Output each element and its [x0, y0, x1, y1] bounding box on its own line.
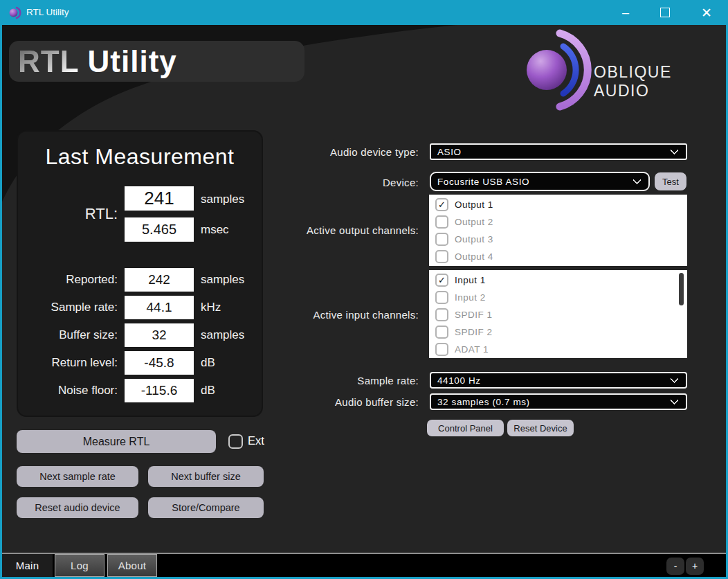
app-logo-banner: RTL Utility: [9, 41, 304, 82]
zoom-out-button[interactable]: -: [666, 558, 684, 575]
active-output-channels-label: Active output channels:: [260, 224, 419, 236]
ext-checkbox[interactable]: [228, 434, 243, 449]
audio-device-type-value: ASIO: [431, 147, 462, 157]
measurement-row-noise-floor: Noise floor: -115.6 dB: [18, 379, 262, 402]
channel-row-spdif-1: SPDIF 1: [429, 306, 687, 323]
checkbox-unchecked[interactable]: [435, 250, 448, 263]
checkbox-checked[interactable]: ✓: [435, 198, 448, 211]
device-value: Focusrite USB ASIO: [431, 177, 529, 187]
checkbox-unchecked[interactable]: [435, 215, 448, 229]
rtl-msec-unit: msec: [201, 223, 229, 237]
row-unit: dB: [201, 384, 215, 398]
channel-row-input-1: ✓ Input 1: [429, 271, 687, 289]
output-channels-list: ✓ Output 1 Output 2 Output 3 Output 4: [429, 195, 687, 266]
logo-text-utility: Utility: [88, 44, 177, 79]
minimize-icon: –: [622, 6, 629, 20]
window-title: RTL Utility: [26, 0, 69, 25]
audio-device-type-select[interactable]: ASIO: [430, 143, 687, 160]
close-icon: ✕: [701, 5, 712, 21]
checkbox-unchecked[interactable]: [435, 233, 448, 246]
row-label: Return level:: [18, 356, 118, 370]
audio-buffer-size-value: 32 samples (0.7 ms): [431, 397, 530, 407]
channel-label: Input 1: [455, 275, 486, 285]
checkbox-unchecked[interactable]: [435, 308, 448, 321]
row-label: Noise floor:: [18, 384, 118, 398]
title-bar: RTL Utility – ✕: [0, 0, 728, 25]
row-unit: samples: [201, 273, 244, 287]
channel-label: Output 3: [455, 234, 493, 244]
measurement-row-buffer-size: Buffer size: 32 samples: [18, 323, 262, 347]
audio-buffer-size-label: Audio buffer size:: [260, 396, 419, 408]
checkbox-checked[interactable]: ✓: [435, 274, 448, 287]
measurement-row-reported: Reported: 242 samples: [18, 268, 262, 292]
chevron-down-icon: [633, 176, 641, 185]
channel-row-adat-1: ADAT 1: [429, 341, 687, 358]
app-window: RTL Utility – ✕ RTL Utility: [0, 0, 728, 579]
sample-rate-value: 44100 Hz: [431, 375, 481, 386]
row-value: 242: [125, 268, 194, 292]
row-value: -45.8: [125, 351, 194, 375]
input-channels-list: ✓ Input 1 Input 2 SPDIF 1 SPDIF 2 ADAT 1: [429, 270, 687, 358]
next-sample-rate-button[interactable]: Next sample rate: [17, 466, 138, 487]
reset-device-button[interactable]: Reset Device: [507, 420, 574, 436]
channel-label: SPDIF 1: [455, 310, 493, 320]
tab-bar: Main Log About: [0, 554, 728, 577]
measure-rtl-button[interactable]: Measure RTL: [17, 430, 216, 453]
row-value: -115.6: [125, 379, 194, 402]
window-border-left: [0, 25, 2, 579]
row-value: 32: [125, 323, 194, 347]
scrollbar-thumb[interactable]: [679, 273, 684, 305]
channel-label: Input 2: [455, 292, 486, 303]
measurement-row-return-level: Return level: -45.8 dB: [18, 351, 262, 375]
rtl-samples-unit: samples: [201, 193, 244, 206]
checkbox-unchecked[interactable]: [435, 291, 448, 304]
panel-title: Last Measurement: [18, 144, 262, 170]
channel-label: Output 4: [455, 251, 493, 262]
chevron-down-icon: [670, 375, 679, 384]
close-button[interactable]: ✕: [693, 0, 720, 25]
brand-name: OBLIQUE AUDIO: [594, 63, 728, 100]
minimize-button[interactable]: –: [612, 0, 639, 25]
logo-text-rtl: RTL: [18, 44, 80, 79]
test-button[interactable]: Test: [655, 172, 686, 190]
tab-log[interactable]: Log: [55, 554, 104, 577]
device-label: Device:: [260, 177, 419, 188]
maximize-icon: [660, 8, 670, 17]
audio-buffer-size-select[interactable]: 32 samples (0.7 ms): [430, 393, 687, 410]
reset-audio-device-button[interactable]: Reset audio device: [17, 497, 138, 518]
channel-label: ADAT 1: [455, 344, 489, 355]
active-input-channels-label: Active input channels:: [260, 309, 419, 321]
row-label: Sample rate:: [18, 301, 118, 314]
maximize-button[interactable]: [651, 0, 679, 25]
chevron-down-icon: [670, 396, 679, 405]
oblique-audio-logo-icon: [520, 29, 602, 112]
channel-row-output-3: Output 3: [429, 231, 687, 248]
channel-label: Output 1: [455, 199, 493, 210]
checkbox-unchecked[interactable]: [435, 326, 448, 339]
channel-row-output-2: Output 2: [429, 213, 687, 231]
channel-label: Output 2: [455, 217, 493, 227]
zoom-in-button[interactable]: +: [686, 558, 704, 575]
row-value: 44.1: [125, 296, 194, 319]
channel-row-spdif-2: SPDIF 2: [429, 323, 687, 341]
control-panel-button[interactable]: Control Panel: [427, 420, 504, 436]
rtl-label: RTL:: [18, 205, 118, 223]
tab-main[interactable]: Main: [2, 554, 53, 577]
measurement-row-sample-rate: Sample rate: 44.1 kHz: [18, 296, 262, 319]
chevron-down-icon: [670, 146, 679, 155]
ext-checkbox-label: Ext: [248, 434, 264, 447]
checkbox-unchecked[interactable]: [435, 343, 448, 356]
channel-row-output-4: Output 4: [429, 248, 687, 265]
rtl-msec-value: 5.465: [125, 217, 194, 242]
next-buffer-size-button[interactable]: Next buffer size: [148, 466, 264, 487]
sample-rate-select[interactable]: 44100 Hz: [430, 372, 687, 389]
channel-row-input-2: Input 2: [429, 289, 687, 306]
last-measurement-panel: Last Measurement RTL: 241 samples 5.465 …: [17, 130, 263, 417]
store-compare-button[interactable]: Store/Compare: [148, 497, 264, 518]
sample-rate-label: Sample rate:: [260, 375, 419, 386]
device-select[interactable]: Focusrite USB ASIO: [430, 172, 650, 191]
row-label: Reported:: [18, 273, 118, 287]
tab-about[interactable]: About: [107, 554, 157, 577]
channel-row-output-1: ✓ Output 1: [429, 196, 687, 213]
channel-label: SPDIF 2: [455, 327, 493, 337]
